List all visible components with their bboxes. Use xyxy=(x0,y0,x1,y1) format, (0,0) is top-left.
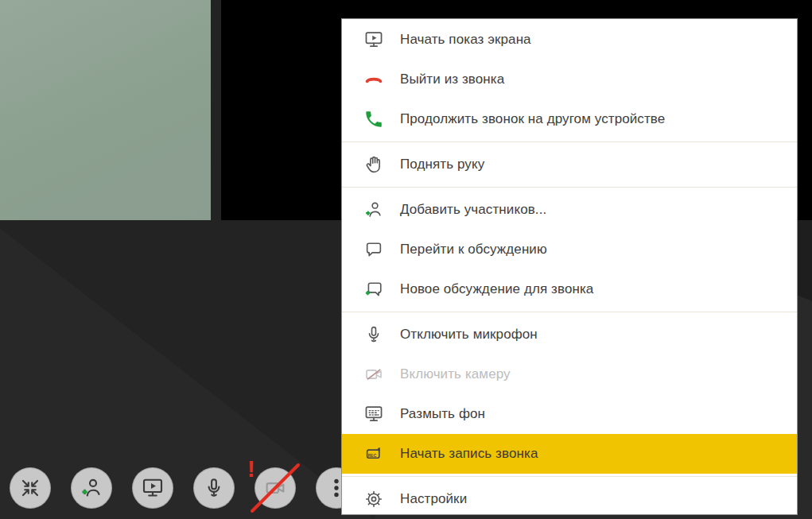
menu-item-label: Настройки xyxy=(400,491,467,507)
call-toolbar: ! xyxy=(10,467,357,509)
toolbar-button-camera[interactable]: ! xyxy=(254,467,296,509)
screen-share-dark-icon xyxy=(141,476,165,500)
microphone-dark-icon xyxy=(202,476,226,500)
menu-item-label: Поднять руку xyxy=(400,157,484,172)
menu-item-leave-call[interactable]: Выйти из звонка xyxy=(342,60,797,99)
collapse-icon xyxy=(18,476,42,500)
menu-item-settings[interactable]: Настройки xyxy=(342,479,797,515)
toolbar-button-add-participant[interactable] xyxy=(71,467,112,509)
menu-separator xyxy=(342,312,797,312)
self-video-tile[interactable] xyxy=(0,0,211,220)
menu-item-new-discussion[interactable]: Новое обсуждение для звонка xyxy=(342,269,797,309)
blur-background-icon xyxy=(363,404,384,425)
menu-item-label: Отключить микрофон xyxy=(400,327,538,343)
menu-item-go-to-discussion[interactable]: Перейти к обсуждению xyxy=(342,230,797,269)
menu-separator xyxy=(342,476,797,477)
menu-item-enable-camera: Включить камеру xyxy=(342,354,797,394)
record-call-icon: REC xyxy=(363,443,384,465)
menu-item-label: Выйти из звонка xyxy=(400,72,504,87)
menu-item-label: Новое обсуждение для звонка xyxy=(400,281,593,297)
menu-item-start-recording[interactable]: RECНачать запись звонка xyxy=(342,434,797,474)
add-participants-icon xyxy=(363,199,384,221)
menu-item-continue-on-other-device[interactable]: Продолжить звонок на другом устройстве xyxy=(342,99,797,139)
menu-separator xyxy=(342,187,797,188)
add-person-icon xyxy=(80,476,103,500)
menu-item-label: Включить камеру xyxy=(400,366,511,382)
settings-icon xyxy=(363,489,384,510)
menu-item-raise-hand[interactable]: Поднять руку xyxy=(342,145,797,184)
camera-muted-icon xyxy=(263,476,287,500)
toolbar-button-collapse[interactable] xyxy=(10,467,51,509)
toolbar-button-screen-share[interactable] xyxy=(132,467,173,509)
leave-call-icon xyxy=(363,69,384,91)
new-discussion-icon xyxy=(363,279,384,300)
menu-item-label: Начать показ экрана xyxy=(400,32,531,48)
menu-item-start-screen-share[interactable]: Начать показ экрана xyxy=(342,20,797,60)
toolbar-button-microphone[interactable] xyxy=(193,467,235,509)
microphone-icon xyxy=(363,324,384,346)
menu-item-add-participants[interactable]: Добавить участников... xyxy=(342,190,797,230)
menu-item-blur-background[interactable]: Размыть фон xyxy=(342,394,797,434)
menu-item-label: Добавить участников... xyxy=(400,202,546,218)
discussion-icon xyxy=(363,239,384,261)
menu-item-label: Размыть фон xyxy=(400,406,485,422)
camera-alert-badge: ! xyxy=(247,458,255,481)
camera-off-icon xyxy=(363,364,384,385)
call-context-menu: Начать показ экранаВыйти из звонкаПродол… xyxy=(341,18,798,515)
continue-call-icon xyxy=(363,109,384,130)
menu-item-label: Продолжить звонок на другом устройстве xyxy=(400,111,665,127)
screen-share-icon xyxy=(363,29,384,51)
menu-item-label: Перейти к обсуждению xyxy=(400,242,547,258)
menu-item-mute-microphone[interactable]: Отключить микрофон xyxy=(342,315,797,354)
menu-item-label: Начать запись звонка xyxy=(400,446,538,462)
menu-separator xyxy=(342,141,797,142)
raise-hand-icon xyxy=(363,154,384,176)
svg-text:REC: REC xyxy=(367,453,376,458)
